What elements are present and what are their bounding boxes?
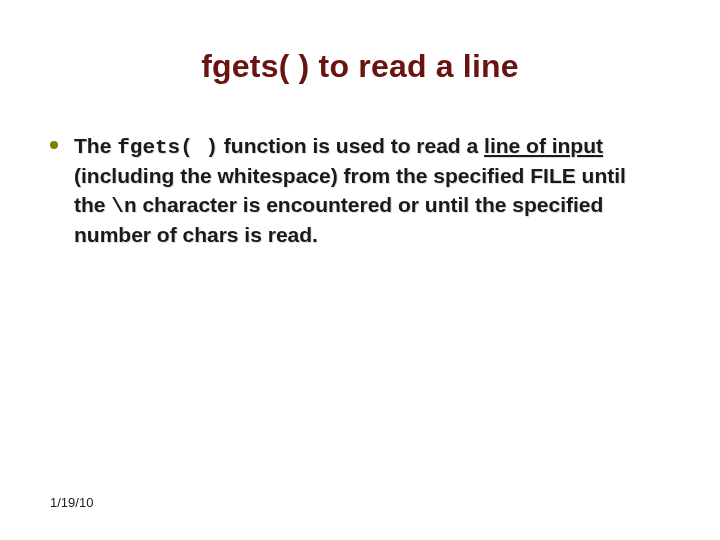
bullet-item: The fgets( ) function is used to read a …: [50, 132, 660, 249]
bullet-dot-icon: [50, 141, 58, 149]
footer-date: 1/19/10: [50, 495, 93, 510]
slide-body: The fgets( ) function is used to read a …: [50, 132, 660, 249]
code-fragment: fgets( ): [117, 136, 218, 159]
slide-title: fgets( ) to read a line: [0, 48, 720, 85]
slide: fgets( ) to read a line The fgets( ) fun…: [0, 0, 720, 540]
bullet-text: The fgets( ) function is used to read a …: [74, 132, 660, 249]
text-fragment: character is encountered or until the sp…: [74, 193, 603, 246]
code-fragment: \n: [111, 195, 136, 218]
text-fragment: function is used to read a: [218, 134, 484, 157]
underline-fragment: line of input: [484, 134, 603, 157]
text-fragment: The: [74, 134, 117, 157]
